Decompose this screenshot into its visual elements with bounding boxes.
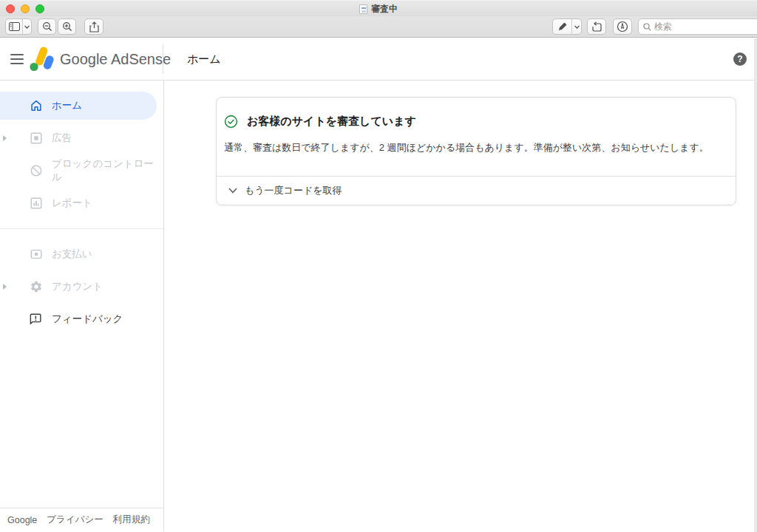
page-title: ホーム [187,52,221,66]
search-icon [643,23,651,31]
search-input[interactable] [654,21,736,32]
sidebar-item-feedback[interactable]: フィードバック [0,303,163,335]
bar-chart-icon [30,197,43,210]
main-content: お客様のサイトを審査しています 通常、審査は数日で終了しますが、2 週間ほどかか… [164,81,757,531]
check-circle-icon [224,115,238,129]
card-action-label: もう一度コードを取得 [245,184,342,197]
sidebar-item-label: お支払い [52,248,92,261]
footer-link-privacy[interactable]: プライバシー [47,514,103,526]
sidebar-panel-icon [6,19,22,34]
document-icon [359,4,367,14]
sidebar-item-home[interactable]: ホーム [0,92,157,120]
zoom-in-button[interactable] [58,18,76,35]
gear-icon [30,280,43,293]
sidebar-item-reports[interactable]: レポート [0,187,163,219]
header-divider [163,44,163,74]
window-title: 審査中 [371,3,398,16]
expand-arrow-icon[interactable] [3,284,7,290]
marker-icon [553,19,571,34]
chevron-down-icon [22,19,31,34]
sidebar-item-label: レポート [52,197,92,210]
titlebar: 審査中 [0,0,757,16]
block-icon [30,164,43,177]
traffic-lights [6,4,44,13]
preview-window: 審査中 [0,0,757,532]
minimize-window-button[interactable] [21,4,30,13]
feedback-icon [30,313,43,326]
window-edge-strip [754,38,757,532]
sidebar-toggle-button[interactable] [5,18,32,35]
ads-icon [30,132,43,145]
sidebar-footer: Google プライバシー 利用規約 [0,508,163,531]
adsense-header: Google AdSense ホーム ? [0,38,757,81]
adsense-logo-icon [29,46,54,72]
sidebar-item-account[interactable]: アカウント [0,270,163,303]
fullscreen-window-button[interactable] [35,4,44,13]
home-icon [30,99,43,112]
brand-wordmark: Google AdSense [60,51,171,68]
card-title: お客様のサイトを審査しています [247,115,416,129]
payments-icon [30,248,43,261]
zoom-out-button[interactable] [38,18,56,35]
sidebar-divider [0,228,163,229]
search-field[interactable] [638,18,757,35]
sidebar-item-ads[interactable]: 広告 [0,122,163,154]
sidebar-item-blocking-controls[interactable]: ブロックのコントロール [0,154,163,187]
sidebar-item-payments[interactable]: お支払い [0,238,163,270]
card-body-text: 通常、審査は数日で終了しますが、2 週間ほどかかる場合もあります。準備が整い次第… [224,140,721,155]
help-button[interactable]: ? [733,52,747,66]
sidebar-item-label: ブロックのコントロール [52,157,163,184]
share-button[interactable] [84,18,103,35]
footer-link-google[interactable]: Google [7,515,37,525]
sidebar-item-label: フィードバック [52,313,123,326]
review-status-card: お客様のサイトを審査しています 通常、審査は数日で終了しますが、2 週間ほどかか… [216,97,736,205]
close-window-button[interactable] [6,4,15,13]
sidebar-item-label: 広告 [52,132,72,145]
toolbar [0,16,757,38]
chevron-down-icon [228,188,237,194]
page-content: Google AdSense ホーム ? ホーム 広 [0,38,757,532]
footer-link-terms[interactable]: 利用規約 [113,514,150,526]
rotate-button[interactable] [587,18,606,35]
markup-pen-button[interactable] [552,18,582,35]
markup-toolbar-button[interactable] [613,18,632,35]
menu-icon[interactable] [10,54,24,64]
sidebar-item-label: ホーム [52,99,82,112]
chevron-down-icon [571,19,581,34]
sidebar: ホーム 広告 ブロックのコントロール [0,81,164,531]
get-code-again-toggle[interactable]: もう一度コードを取得 [217,177,736,205]
sidebar-item-label: アカウント [52,280,103,293]
expand-arrow-icon[interactable] [3,135,7,141]
